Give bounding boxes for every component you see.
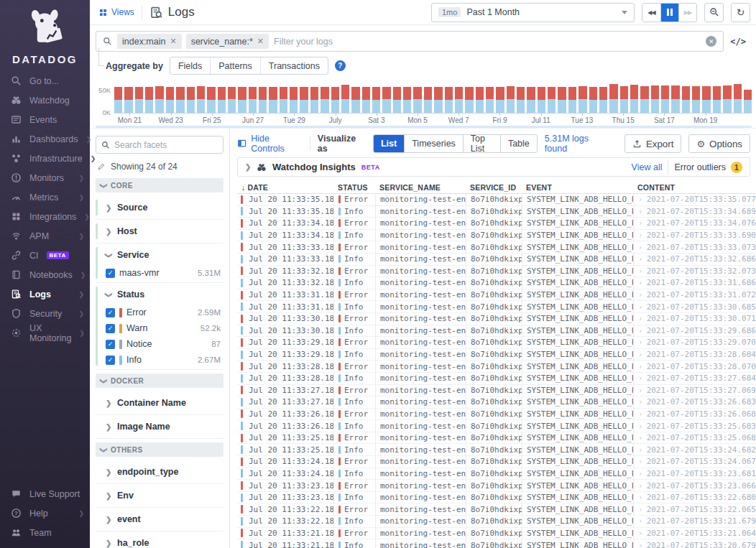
export-button[interactable]: Export [624,134,682,153]
log-row[interactable]: Jul 20 11:33:33.182Errormonitoring-test-… [237,241,756,254]
histogram-bar[interactable] [124,87,132,113]
facet-service[interactable]: ❯Service [96,245,223,265]
histogram-bar[interactable] [280,87,287,113]
histogram-bar[interactable] [249,87,257,113]
facet-host[interactable]: ❯Host [96,221,223,241]
checkbox-checked[interactable]: ✓ [106,308,115,317]
sidebar-item-live-support[interactable]: Live Support [0,484,90,503]
sidebar-item-dashboards[interactable]: Dashboards❯ [0,129,90,149]
checkbox-checked[interactable]: ✓ [106,324,115,333]
facet-section-header-others[interactable]: ❯OTHERS [96,442,223,457]
histogram-bar[interactable] [661,85,669,113]
log-row[interactable]: Jul 20 11:33:30.182Errormonitoring-test-… [237,313,756,325]
error-outliers[interactable]: Error outliers 1 [674,162,742,173]
clear-search-icon[interactable]: ✕ [706,36,716,47]
histogram-bar[interactable] [568,87,576,113]
sidebar-item-monitors[interactable]: Monitors❯ [0,168,90,187]
histogram-bar[interactable] [300,87,308,113]
log-row[interactable]: Jul 20 11:33:23.181Infomonitoring-test-e… [237,492,756,504]
log-row[interactable]: Jul 20 11:33:34.182Infomonitoring-test-e… [237,230,756,242]
datadog-logo[interactable]: DATADOG [0,0,90,71]
histogram-bar[interactable] [538,87,545,113]
facet-search-input[interactable] [114,140,218,150]
histogram-bar[interactable] [734,84,742,113]
remove-chip-icon[interactable]: ✕ [170,37,176,46]
log-filter-input[interactable] [274,37,701,47]
log-row[interactable]: Jul 20 11:33:30.182Infomonitoring-test-e… [237,325,756,338]
histogram-bar[interactable] [434,87,442,113]
facet-source[interactable]: ❯Source [96,198,223,218]
aggregate-tab-patterns[interactable]: Patterns [210,57,260,74]
histogram-bar[interactable] [692,86,700,113]
visualize-tab-table[interactable]: Table [500,135,537,152]
sidebar-item-events[interactable]: Events [0,110,90,129]
facet-section-header-docker[interactable]: ❯DOCKER [96,373,223,388]
histogram-bar[interactable] [445,87,453,113]
sidebar-item-infrastructure[interactable]: Infrastructure❯ [0,149,90,168]
log-row[interactable]: Jul 20 11:33:29.182Errormonitoring-test-… [237,337,756,349]
histogram-bar[interactable] [424,87,432,113]
log-row[interactable]: Jul 20 11:33:32.182Errormonitoring-test-… [237,266,756,278]
facet-value-error[interactable]: ✓Error2.59M [96,305,223,320]
histogram-bar[interactable] [517,87,525,113]
histogram-bar[interactable] [228,87,236,113]
log-row[interactable]: Jul 20 11:33:25.181Infomonitoring-test-e… [237,444,756,456]
log-row[interactable]: Jul 20 11:33:31.182Errormonitoring-test-… [237,289,756,302]
filter-chip[interactable]: service_name:*✕ [186,34,269,49]
histogram-bar[interactable] [744,90,752,113]
pause-button[interactable] [660,4,678,22]
histogram-bar[interactable] [403,87,411,113]
histogram-bar[interactable] [155,86,163,113]
histogram-bar[interactable] [599,87,607,113]
log-row[interactable]: Jul 20 11:33:35.182Errormonitoring-test-… [237,194,756,206]
facet-section-header-core[interactable]: ❯CORE [96,178,223,192]
log-row[interactable]: Jul 20 11:33:35.182Infomonitoring-test-e… [237,206,756,218]
histogram-bar[interactable] [651,85,659,113]
facet-event[interactable]: ❯event [96,509,223,529]
histogram-bar[interactable] [145,87,153,113]
visualize-tab-top-list[interactable]: Top List [463,135,500,152]
time-range-select[interactable]: 1mo Past 1 Month [431,3,635,22]
log-row[interactable]: Jul 20 11:33:25.181Errormonitoring-test-… [237,432,756,445]
sidebar-item-metrics[interactable]: Metrics❯ [0,187,90,207]
histogram-bar[interactable] [218,87,226,113]
histogram-bar[interactable] [640,86,648,113]
column-header-service-name[interactable]: SERVICE_NAME [375,183,466,192]
histogram-bar[interactable] [589,87,597,113]
histogram-bar[interactable] [238,87,246,113]
facet-search-box[interactable] [96,136,223,154]
histogram-bar[interactable] [331,87,339,113]
log-row[interactable]: Jul 20 11:33:27.182Errormonitoring-test-… [237,385,756,397]
sidebar-item-apm[interactable]: APM❯ [0,226,90,246]
facet-env[interactable]: ❯Env [96,486,223,506]
histogram-bar[interactable] [620,86,628,113]
code-view-icon[interactable]: </> [730,37,746,47]
facets-showing-row[interactable]: Showing 24 of 24 [97,162,223,172]
views-link[interactable]: Views [98,7,134,17]
filter-chip[interactable]: index:main✕ [117,34,182,49]
column-header-content[interactable]: CONTENT [633,183,756,192]
checkbox-checked[interactable]: ✓ [106,340,115,349]
histogram-bar[interactable] [341,85,349,113]
sidebar-item-security[interactable]: Security❯ [0,304,90,323]
histogram-bar[interactable] [496,87,504,113]
histogram-bar[interactable] [527,87,535,113]
histogram-bar[interactable] [455,87,463,113]
log-row[interactable]: Jul 20 11:33:31.182Infomonitoring-test-e… [237,301,756,313]
facet-container-name[interactable]: ❯Container Name [96,393,223,413]
histogram-bar[interactable] [630,85,638,113]
log-row[interactable]: Jul 20 11:33:34.182Errormonitoring-test-… [237,218,756,230]
column-header-status[interactable]: STATUS [333,183,375,192]
log-row[interactable]: Jul 20 11:33:26.181Errormonitoring-test-… [237,409,756,421]
sidebar-item-team[interactable]: Team [0,523,90,542]
histogram-bar[interactable] [187,87,195,113]
facet-ha-role[interactable]: ❯ha_role [96,533,223,548]
watchdog-insights-row[interactable]: ❯ Watchdog Insights BETA View all Error … [237,157,750,177]
histogram-bar[interactable] [166,87,174,113]
sidebar-item-go-to[interactable]: Go to... [0,71,90,90]
log-row[interactable]: Jul 20 11:33:32.182Infomonitoring-test-e… [237,277,756,289]
log-search-box[interactable]: index:main✕service_name:*✕ ✕ [96,31,724,52]
facet-value-maas-vmr[interactable]: ✓maas-vmr5.31M [96,265,223,281]
histogram-bar[interactable] [114,87,122,113]
histogram-bar[interactable] [671,85,679,113]
